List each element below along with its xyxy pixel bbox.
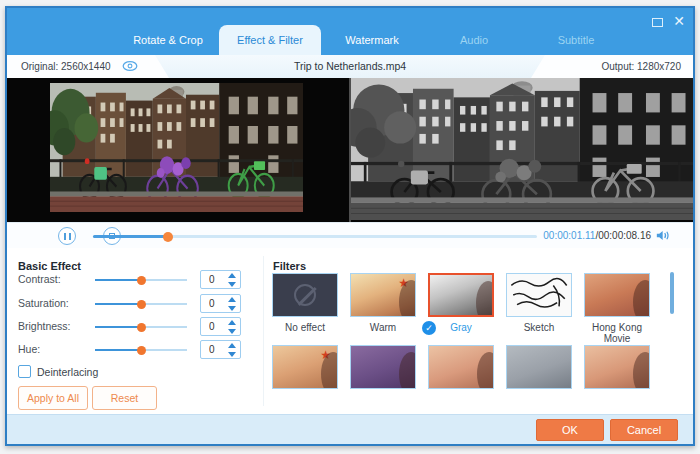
pause-icon (64, 233, 71, 240)
filter-label-gray: ✓Gray (428, 322, 494, 333)
panel-divider (263, 256, 264, 406)
brightness-down-arrow[interactable] (228, 329, 236, 334)
footer-bar: OK Cancel (7, 414, 693, 444)
tab-rotate-crop[interactable]: Rotate & Crop (117, 25, 219, 55)
tab-audio[interactable]: Audio (423, 25, 525, 55)
total-time: 00:00:08.16 (598, 230, 651, 241)
contrast-down-arrow[interactable] (228, 282, 236, 287)
filters-scrollbar[interactable] (670, 272, 674, 314)
brightness-slider[interactable] (95, 326, 187, 328)
contrast-spinbox (200, 270, 241, 289)
saturation-row: Saturation: (7, 294, 257, 314)
filter-label-sketch: Sketch (506, 322, 572, 333)
deinterlacing-checkbox[interactable] (18, 365, 31, 378)
filter-thumb-gray-selected[interactable] (428, 273, 494, 317)
tab-bar: Rotate & Crop Effect & Filter Watermark … (117, 25, 627, 55)
hue-up-arrow[interactable] (228, 343, 236, 348)
maximize-icon[interactable] (652, 18, 663, 27)
tab-watermark[interactable]: Watermark (321, 25, 423, 55)
saturation-slider[interactable] (95, 303, 187, 305)
saturation-spinbox (200, 294, 241, 313)
app-window: Rotate & Crop Effect & Filter Watermark … (5, 6, 695, 446)
hue-down-arrow[interactable] (228, 352, 236, 357)
filter-thumb-warm[interactable]: ★ (350, 273, 416, 317)
reset-button[interactable]: Reset (92, 386, 157, 410)
saturation-slider-handle[interactable] (137, 300, 146, 309)
desktop: Rotate & Crop Effect & Filter Watermark … (0, 0, 700, 454)
brightness-slider-handle[interactable] (137, 323, 146, 332)
filters-title: Filters (273, 260, 306, 272)
contrast-row: Contrast: (7, 270, 257, 290)
saturation-up-arrow[interactable] (228, 297, 236, 302)
star-decoration-icon: ★ (320, 348, 331, 362)
volume-icon[interactable] (656, 229, 671, 242)
ok-button[interactable]: OK (536, 419, 604, 441)
seek-handle[interactable] (163, 232, 173, 242)
filter-thumb-row2-2[interactable] (350, 345, 416, 389)
playback-bar: 00:00:01.11/00:00:08.16 (7, 222, 693, 248)
filter-thumb-row2-4[interactable] (506, 345, 572, 389)
seek-slider[interactable] (93, 235, 537, 238)
output-preview-grayscale (351, 78, 693, 222)
filter-thumb-no-effect[interactable] (272, 273, 338, 317)
saturation-value-input[interactable] (201, 295, 227, 312)
title-bar: Rotate & Crop Effect & Filter Watermark … (7, 8, 693, 55)
time-display: 00:00:01.11/00:00:08.16 (543, 230, 651, 241)
filter-label-no-effect: No effect (272, 322, 338, 333)
current-time: 00:00:01.11 (543, 230, 595, 241)
filter-label-warm: Warm (350, 322, 416, 333)
hue-label: Hue: (18, 343, 40, 355)
star-decoration-icon: ★ (398, 276, 409, 290)
settings-panel: Basic Effect Contrast: Saturation: Brigh… (7, 248, 693, 414)
hue-value-input[interactable] (201, 341, 227, 358)
hue-row: Hue: (7, 340, 257, 360)
output-resolution-tab: Output: 1280x720 (531, 55, 693, 78)
contrast-value-input[interactable] (201, 271, 227, 288)
brightness-up-arrow[interactable] (228, 320, 236, 325)
brightness-row: Brightness: (7, 317, 257, 337)
filter-thumb-row2-3[interactable] (428, 345, 494, 389)
brightness-spinbox (200, 317, 241, 336)
deinterlacing-label: Deinterlacing (37, 366, 98, 378)
saturation-label: Saturation: (18, 297, 69, 309)
output-resolution-label: Output: 1280x720 (601, 61, 681, 72)
selected-check-icon: ✓ (422, 321, 436, 335)
apply-to-all-button[interactable]: Apply to All (18, 386, 88, 410)
pause-button[interactable] (58, 227, 76, 245)
no-effect-icon (294, 284, 316, 306)
deinterlacing-option: Deinterlacing (18, 365, 98, 378)
contrast-label: Contrast: (18, 273, 61, 285)
filter-thumb-hong-kong-movie[interactable] (584, 273, 650, 317)
contrast-up-arrow[interactable] (228, 273, 236, 278)
seek-progress (93, 235, 168, 238)
saturation-down-arrow[interactable] (228, 306, 236, 311)
hue-slider[interactable] (95, 349, 187, 351)
filter-thumb-sketch[interactable] (506, 273, 572, 317)
filter-thumb-row2-5[interactable] (584, 345, 650, 389)
contrast-slider-handle[interactable] (137, 276, 146, 285)
brightness-value-input[interactable] (201, 318, 227, 335)
filter-thumb-row2-1[interactable]: ★ (272, 345, 338, 389)
filter-label-hong-kong-movie: Hong Kong Movie (584, 322, 650, 344)
tab-effect-filter[interactable]: Effect & Filter (219, 25, 321, 55)
tab-subtitle[interactable]: Subtitle (525, 25, 627, 55)
close-icon[interactable]: ✕ (673, 14, 685, 28)
info-bar: Original: 2560x1440 Trip to Netherlands.… (7, 55, 693, 78)
contrast-slider[interactable] (95, 279, 187, 281)
brightness-label: Brightness: (18, 320, 71, 332)
hue-spinbox (200, 340, 241, 359)
hue-slider-handle[interactable] (137, 346, 146, 355)
original-preview (7, 78, 349, 222)
video-preview-area (7, 78, 693, 222)
cancel-button[interactable]: Cancel (610, 419, 678, 441)
